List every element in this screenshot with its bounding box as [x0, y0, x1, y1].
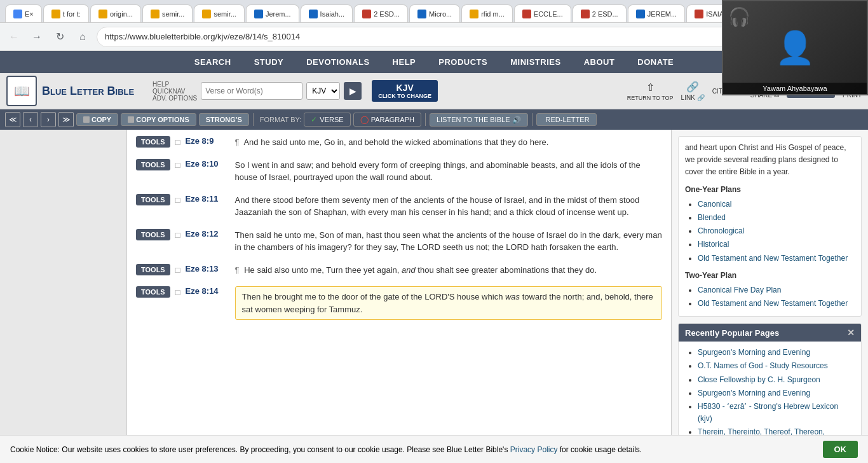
- listen-button[interactable]: LISTEN TO THE BIBLE 🔊: [430, 113, 528, 127]
- verse-row-v13: TOOLS □ Eze 8:13 ¶ He said also unto me,…: [136, 264, 662, 277]
- verse-icon-v12: □: [175, 230, 180, 240]
- intro-text: and heart upon Christ and His Gospel of …: [685, 142, 855, 179]
- tab-9[interactable]: Micro...: [409, 4, 460, 22]
- ot-nt-together-link[interactable]: Old Testament and New Testament Together: [698, 254, 848, 263]
- verse-text-v14: Then he brought me to the door of the ga…: [235, 286, 662, 320]
- next-next-button[interactable]: ≫: [58, 112, 74, 127]
- person-avatar: 👤: [775, 29, 815, 66]
- spurgeon-morning-1-link[interactable]: Spurgeon's Morning and Evening: [698, 348, 810, 357]
- list-item: O.T. Names of God - Study Resources: [698, 360, 855, 372]
- main-content: TOOLS □ Eze 8:9 ¶ And he said unto me, G…: [127, 130, 671, 460]
- back-button[interactable]: ←: [5, 28, 23, 46]
- tools-button-v11[interactable]: TOOLS: [136, 194, 170, 205]
- verse-icon-v14: □: [175, 287, 180, 297]
- content-area: TOOLS □ Eze 8:9 ¶ And he said unto me, G…: [0, 130, 868, 460]
- para-mark-v9: ¶: [235, 137, 240, 147]
- logo-icon: 📖: [6, 76, 37, 106]
- nav-donate[interactable]: DONATE: [626, 51, 685, 73]
- nav-search[interactable]: SEARCH: [183, 51, 243, 73]
- next-button[interactable]: ›: [41, 112, 56, 127]
- h5830-link[interactable]: H5830 - ʻezrâʼ - Strong's Hebrew Lexicon…: [698, 402, 838, 423]
- popular-close-button[interactable]: ✕: [847, 328, 855, 338]
- tab-12[interactable]: 2 ESD...: [573, 4, 627, 22]
- tab-4-icon: [151, 10, 159, 18]
- nav-ministries[interactable]: MINISTRIES: [499, 51, 572, 73]
- tab-5-icon: [202, 10, 211, 18]
- chronological-link[interactable]: Chronological: [698, 226, 744, 235]
- verse-text-v12: Then said he unto me, Son of man, hast t…: [235, 229, 662, 254]
- nav-about[interactable]: ABOUT: [573, 51, 627, 73]
- verse-format-button[interactable]: ✓ VERSE: [304, 113, 350, 127]
- tab-9-icon: [417, 10, 426, 18]
- cookie-ok-button[interactable]: OK: [823, 441, 858, 458]
- copy-options-button[interactable]: COPY OPTIONS: [121, 113, 196, 126]
- tab-2[interactable]: t for t:: [43, 4, 89, 22]
- tab-5[interactable]: semir...: [194, 4, 244, 22]
- prev-button[interactable]: ‹: [23, 112, 38, 127]
- tab-13-icon: [636, 10, 645, 18]
- home-button[interactable]: ⌂: [74, 28, 92, 46]
- version-select[interactable]: KJV: [306, 82, 340, 100]
- kjv-badge: KJV CLICK TO CHANGE: [372, 80, 438, 102]
- cookie-text: Cookie Notice: Our website uses cookies …: [10, 445, 642, 454]
- paragraph-format-button[interactable]: ◯ PARAGRAPH: [353, 113, 421, 127]
- tools-button-v14[interactable]: TOOLS: [136, 286, 170, 298]
- format-by-label: FORMAT BY:: [260, 116, 302, 123]
- prev-prev-button[interactable]: ≪: [5, 112, 20, 127]
- help-label: HELP: [153, 81, 169, 88]
- copy-button[interactable]: COPY: [76, 113, 118, 126]
- popular-pages-header: Recently Popular Pages ✕: [679, 324, 861, 342]
- nav-study[interactable]: STUDY: [243, 51, 295, 73]
- video-overlay: 🎧 👤 Yawam Ahyabayawa: [722, 0, 868, 95]
- privacy-policy-link[interactable]: Privacy Policy: [510, 445, 558, 454]
- copy-icon: [83, 116, 90, 123]
- one-year-header: One-Year Plans: [685, 184, 855, 196]
- spurgeon-morning-2-link[interactable]: Spurgeon's Morning and Evening: [698, 389, 810, 397]
- tab-10[interactable]: rfid m...: [461, 4, 513, 22]
- list-item: Old Testament and New Testament Together: [698, 298, 855, 310]
- search-input[interactable]: [201, 82, 302, 100]
- verse-row-v14: TOOLS □ Eze 8:14 Then he brought me to t…: [136, 286, 662, 320]
- link-action[interactable]: 🔗 LINK 🔗: [681, 81, 705, 101]
- reload-button[interactable]: ↻: [51, 28, 69, 46]
- tab-7[interactable]: Isaiah...: [301, 4, 353, 22]
- historical-link[interactable]: Historical: [698, 240, 729, 249]
- verse-row: TOOLS □ Eze 8:9 ¶ And he said unto me, G…: [136, 136, 662, 149]
- tools-button-v12[interactable]: TOOLS: [136, 229, 170, 240]
- verse-ref-v9: Eze 8:9: [186, 136, 230, 146]
- return-top-action[interactable]: ⇧ RETURN TO TOP: [627, 81, 674, 101]
- canonical-link[interactable]: Canonical: [698, 200, 731, 209]
- forward-button[interactable]: →: [28, 28, 46, 46]
- tab-8[interactable]: 2 ESD...: [354, 4, 408, 22]
- tab-3[interactable]: origin...: [90, 4, 141, 22]
- list-item: Canonical: [698, 198, 855, 211]
- tools-button-v13[interactable]: TOOLS: [136, 264, 170, 275]
- red-letter-button[interactable]: RED-LETTER: [536, 113, 597, 126]
- canonical-five-day-link[interactable]: Canonical Five Day Plan: [698, 286, 781, 294]
- toolbar-sep-1: [253, 113, 254, 126]
- tab-7-icon: [309, 10, 318, 18]
- link-icon: 🔗: [686, 81, 699, 93]
- url-bar[interactable]: [97, 27, 759, 47]
- verse-check-icon: ✓: [311, 115, 317, 124]
- toolbar-sep-2: [425, 113, 426, 126]
- tab-4[interactable]: semir...: [142, 4, 193, 22]
- nav-products[interactable]: PRODUCTS: [427, 51, 499, 73]
- search-go-button[interactable]: ▶: [344, 82, 362, 100]
- tab-1[interactable]: E×: [5, 4, 42, 22]
- tab-6[interactable]: Jerem...: [246, 4, 299, 22]
- nav-help[interactable]: HELP: [381, 51, 428, 73]
- list-item: Canonical Five Day Plan: [698, 284, 855, 296]
- ot-names-link[interactable]: O.T. Names of God - Study Resources: [698, 361, 828, 370]
- tab-13[interactable]: JEREM...: [628, 4, 685, 22]
- two-year-header: Two-Year Plan: [685, 270, 855, 282]
- ot-nt-together-2-link[interactable]: Old Testament and New Testament Together: [698, 299, 848, 308]
- blended-link[interactable]: Blended: [698, 213, 726, 222]
- nav-devotionals[interactable]: DEVOTIONALS: [295, 51, 381, 73]
- reading-plans-intro: and heart upon Christ and His Gospel of …: [679, 137, 861, 316]
- strongs-button[interactable]: STRONG'S: [199, 113, 249, 126]
- tab-11[interactable]: ECCLE...: [514, 4, 571, 22]
- tools-button-v9[interactable]: TOOLS: [136, 136, 170, 148]
- tools-button-v10[interactable]: TOOLS: [136, 159, 170, 170]
- close-fellowship-link[interactable]: Close Fellowship by C. H. Spurgeon: [698, 375, 820, 384]
